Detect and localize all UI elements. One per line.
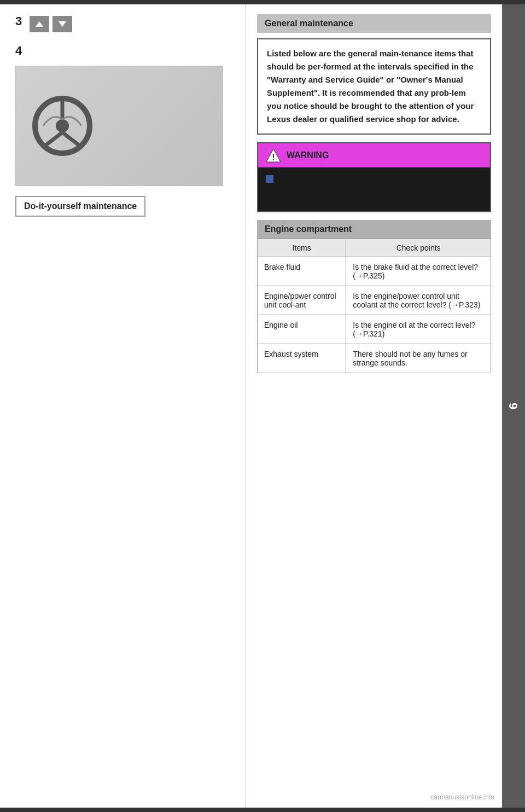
- diy-section-header: Do-it-yourself maintenance: [15, 196, 145, 217]
- warning-label: WARNING: [287, 150, 329, 160]
- engine-compartment-header: Engine compartment: [257, 220, 491, 239]
- dashboard-illustration: The Data Has Been Reset: [16, 66, 223, 185]
- general-maintenance-description: Listed below are the general main-tenanc…: [257, 38, 491, 135]
- car-image-box: The Data Has Been Reset: [15, 66, 223, 186]
- nav-down-button[interactable]: [52, 16, 72, 32]
- right-sidebar: 6: [502, 4, 525, 808]
- svg-line-5: [46, 132, 62, 145]
- col-items-header: Items: [258, 239, 346, 257]
- item-cell: Brake fluid: [258, 257, 346, 286]
- col-checkpoints-header: Check points: [346, 239, 491, 257]
- table-body: Brake fluid Is the brake fluid at the co…: [258, 257, 491, 373]
- svg-text:!: !: [272, 153, 275, 162]
- chevron-up-icon: [35, 20, 44, 28]
- nav-up-button[interactable]: [30, 16, 49, 32]
- warning-triangle-icon: !: [266, 148, 281, 163]
- table-row: Engine oil Is the engine oil at the corr…: [258, 315, 491, 344]
- warning-bullet-icon: [266, 175, 273, 183]
- steering-wheel-icon: [32, 96, 92, 156]
- item-cell: Exhaust system: [258, 344, 346, 373]
- engine-compartment-section: Engine compartment Items Check points Br…: [257, 220, 491, 373]
- table-row: Brake fluid Is the brake fluid at the co…: [258, 257, 491, 286]
- svg-point-3: [56, 119, 69, 132]
- svg-marker-1: [59, 21, 66, 27]
- item-cell: Engine oil: [258, 315, 346, 344]
- step3-number: 3: [15, 14, 22, 28]
- step3-row: 3: [15, 14, 235, 34]
- watermark: carmanualsonline.info: [430, 793, 494, 801]
- table-row: Engine/power control unit cool-ant Is th…: [258, 286, 491, 315]
- warning-header: ! WARNING: [258, 143, 490, 167]
- general-maintenance-header: General maintenance: [257, 14, 491, 33]
- table-header-row: Items Check points: [258, 239, 491, 257]
- top-border: [0, 0, 525, 4]
- right-column: General maintenance Listed below are the…: [246, 4, 502, 808]
- svg-marker-0: [36, 21, 43, 27]
- svg-line-6: [62, 132, 79, 145]
- check-cell: Is the engine oil at the correct level? …: [346, 315, 491, 344]
- table-row: Exhaust system There should not be any f…: [258, 344, 491, 373]
- nav-buttons: [30, 16, 72, 32]
- check-cell: Is the brake fluid at the correct level?…: [346, 257, 491, 286]
- step4-number: 4: [15, 44, 235, 58]
- chevron-down-icon: [58, 20, 67, 28]
- maintenance-table: Items Check points Brake fluid Is the br…: [257, 239, 491, 373]
- item-cell: Engine/power control unit cool-ant: [258, 286, 346, 315]
- warning-box: ! WARNING: [257, 142, 491, 212]
- bottom-border: [0, 808, 525, 812]
- check-cell: Is the engine/power control unit coolant…: [346, 286, 491, 315]
- check-cell: There should not be any fumes or strange…: [346, 344, 491, 373]
- warning-content: [258, 167, 490, 211]
- sidebar-number: 6: [506, 403, 521, 409]
- left-column: 3 4: [0, 4, 246, 808]
